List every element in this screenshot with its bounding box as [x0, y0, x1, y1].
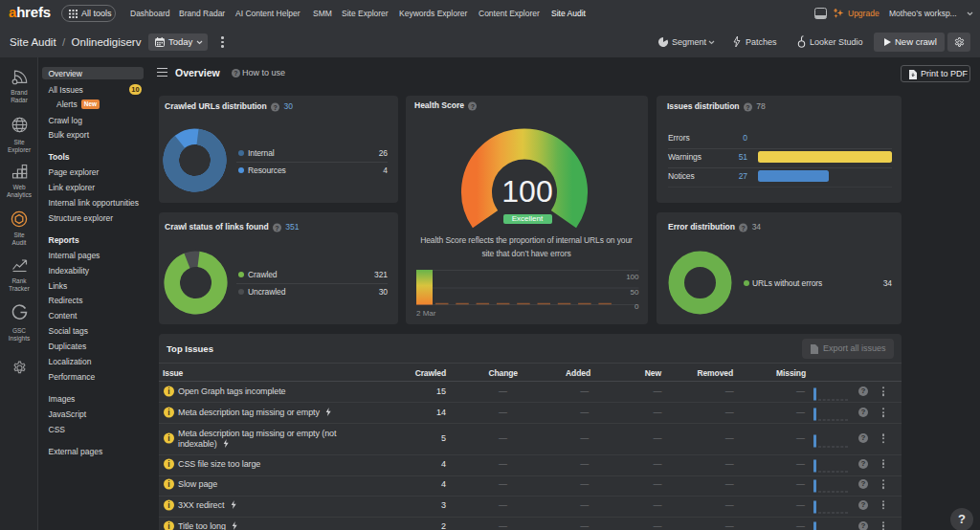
- svg-text:2 Mar: 2 Mar: [416, 309, 436, 318]
- svg-text:0: 0: [635, 302, 639, 311]
- svg-text:100: 100: [626, 273, 639, 281]
- svg-text:50: 50: [631, 288, 639, 297]
